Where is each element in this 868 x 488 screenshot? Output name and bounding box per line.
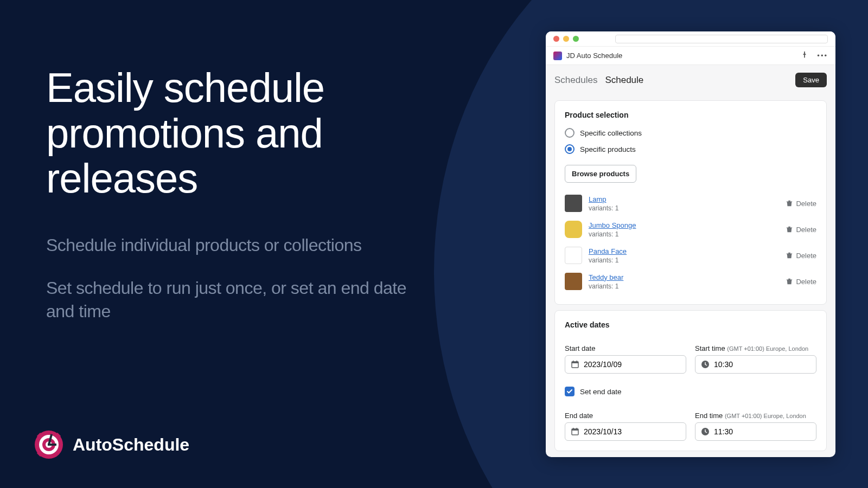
product-variants: variants: 1 bbox=[589, 230, 779, 238]
mac-titlebar bbox=[546, 31, 835, 47]
more-icon[interactable]: ••• bbox=[817, 52, 828, 60]
calendar-icon bbox=[571, 360, 579, 369]
product-row: Panda Facevariants: 1Delete bbox=[565, 242, 816, 268]
hero-title: Easily schedule promotions and releases bbox=[46, 65, 437, 201]
end-time-input[interactable]: 11:30 bbox=[695, 422, 816, 441]
end-date-label: End date bbox=[565, 412, 686, 420]
hero-sub1: Schedule individual products or collecti… bbox=[46, 234, 437, 257]
brand: AutoSchedule bbox=[33, 428, 189, 461]
app-icon bbox=[553, 52, 562, 60]
panel-title: Active dates bbox=[565, 320, 816, 329]
end-date-input[interactable]: 2023/10/13 bbox=[565, 422, 686, 441]
product-variants: variants: 1 bbox=[589, 282, 779, 290]
save-button[interactable]: Save bbox=[795, 73, 827, 87]
delete-button[interactable]: Delete bbox=[786, 252, 816, 260]
product-image bbox=[565, 247, 582, 264]
brand-name: AutoSchedule bbox=[73, 435, 189, 455]
window-minimize-icon[interactable] bbox=[563, 36, 569, 42]
start-date-input[interactable]: 2023/10/09 bbox=[565, 355, 686, 374]
app-topbar: JD Auto Schedule ••• bbox=[546, 47, 835, 65]
brand-logo-icon bbox=[33, 428, 65, 461]
panel-title: Product selection bbox=[565, 111, 816, 119]
clock-icon bbox=[701, 360, 710, 369]
svg-rect-5 bbox=[48, 444, 56, 446]
svg-rect-12 bbox=[572, 429, 578, 431]
checkbox-label: Set end date bbox=[580, 388, 622, 396]
browse-products-button[interactable]: Browse products bbox=[565, 165, 636, 183]
product-row: Lampvariants: 1Delete bbox=[565, 190, 816, 216]
app-window: JD Auto Schedule ••• Schedules Schedule … bbox=[546, 31, 835, 457]
product-variants: variants: 1 bbox=[589, 256, 779, 264]
trash-icon bbox=[786, 200, 793, 207]
radio-label: Specific products bbox=[580, 145, 636, 153]
end-date-value: 2023/10/13 bbox=[584, 427, 622, 436]
set-end-date-checkbox[interactable]: Set end date bbox=[565, 387, 816, 396]
delete-button[interactable]: Delete bbox=[786, 226, 816, 234]
start-time-label: Start time (GMT +01:00) Europe, London bbox=[695, 344, 816, 352]
radio-label: Specific collections bbox=[580, 129, 642, 137]
product-image bbox=[565, 221, 582, 238]
product-row: Jumbo Spongevariants: 1Delete bbox=[565, 216, 816, 242]
product-selection-panel: Product selection Specific collections S… bbox=[554, 100, 827, 305]
svg-rect-7 bbox=[572, 362, 578, 363]
product-name-link[interactable]: Panda Face bbox=[589, 247, 779, 255]
tz-hint: (GMT +01:00) Europe, London bbox=[727, 345, 808, 352]
hero-sub2: Set schedule to run just once, or set an… bbox=[46, 277, 437, 323]
clock-icon bbox=[701, 427, 710, 436]
url-bar[interactable] bbox=[615, 35, 828, 43]
trash-icon bbox=[786, 278, 793, 285]
svg-rect-8 bbox=[573, 361, 574, 362]
radio-specific-products[interactable]: Specific products bbox=[565, 144, 816, 154]
delete-button[interactable]: Delete bbox=[786, 200, 816, 208]
start-time-value: 10:30 bbox=[714, 360, 733, 369]
end-time-value: 11:30 bbox=[714, 427, 733, 436]
start-date-label: Start date bbox=[565, 344, 686, 352]
product-image bbox=[565, 195, 582, 212]
trash-icon bbox=[786, 252, 793, 259]
product-image bbox=[565, 273, 582, 290]
svg-rect-9 bbox=[577, 361, 578, 362]
delete-button[interactable]: Delete bbox=[786, 278, 816, 286]
svg-rect-14 bbox=[577, 428, 578, 429]
breadcrumb: Schedules Schedule Save bbox=[546, 65, 835, 95]
start-time-input[interactable]: 10:30 bbox=[695, 355, 816, 374]
pin-icon[interactable] bbox=[801, 51, 808, 60]
product-name-link[interactable]: Teddy bear bbox=[589, 273, 779, 281]
start-date-value: 2023/10/09 bbox=[584, 360, 622, 369]
tz-hint: (GMT +01:00) Europe, London bbox=[725, 413, 806, 419]
product-row: Teddy bearvariants: 1Delete bbox=[565, 268, 816, 294]
app-name: JD Auto Schedule bbox=[566, 52, 622, 60]
calendar-icon bbox=[571, 427, 579, 436]
window-maximize-icon[interactable] bbox=[573, 36, 579, 42]
end-time-label: End time (GMT +01:00) Europe, London bbox=[695, 412, 816, 420]
radio-specific-collections[interactable]: Specific collections bbox=[565, 128, 816, 138]
crumb-parent[interactable]: Schedules bbox=[554, 75, 597, 86]
active-dates-panel: Active dates Start date 2023/10/09 Start… bbox=[554, 310, 827, 451]
svg-rect-13 bbox=[573, 428, 574, 429]
crumb-current: Schedule bbox=[605, 75, 643, 86]
product-name-link[interactable]: Lamp bbox=[589, 195, 779, 203]
product-variants: variants: 1 bbox=[589, 204, 779, 212]
product-name-link[interactable]: Jumbo Sponge bbox=[589, 221, 779, 229]
window-close-icon[interactable] bbox=[553, 36, 559, 42]
trash-icon bbox=[786, 226, 793, 233]
